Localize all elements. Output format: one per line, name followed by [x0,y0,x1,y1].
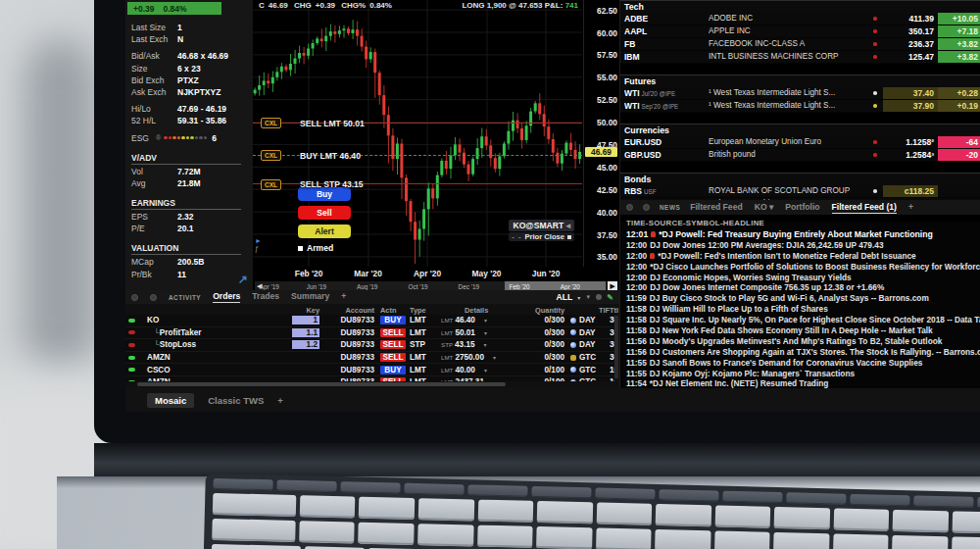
activity-tab[interactable]: Orders [213,291,240,303]
watchlist-row[interactable]: ADBEADOBE INC411.39+10.05 [620,13,980,25]
activity-tab[interactable]: + [341,291,346,303]
news-item[interactable]: 12:00*DJ Powell: Fed's Intention Isn't t… [626,251,980,262]
news-tab[interactable]: Filtered Feed (1) [832,202,897,214]
keyboard-key [276,480,336,492]
horizontal-scrollbar[interactable] [137,382,506,386]
alert-button[interactable]: Alert [298,225,351,238]
watchlist-row[interactable]: EUR.USDEuropean Monetary Union Euro1.125… [620,136,980,149]
gear-icon[interactable] [596,294,602,300]
watchlist-row[interactable]: IBMINTL BUSINESS MACHINES CORP125.47+3.8… [620,51,980,64]
keyboard-key [892,535,948,549]
candlestick-plot-area[interactable]: C46.69 CHG+0.39 CHG%0.84% LONG 1,900 @ 4… [253,0,582,267]
filter-icon[interactable]: ▼ [585,294,591,300]
activity-tab[interactable]: Summary [291,291,329,303]
watchlist-row[interactable]: WTIJul'20 @IPE¹ West Texas Intermediate … [620,87,980,100]
edit-icon[interactable]: ✎ [607,293,613,302]
section-gap [620,162,980,173]
order-details[interactable]: LMT50.01▾ [431,328,514,337]
cxl-button[interactable]: CXL [261,118,281,128]
cxl-button[interactable]: CXL [261,150,281,161]
quote-label: Ask Exch [131,86,177,98]
news-time: 11:59 [626,293,647,304]
quote-label: Last Exch [131,33,177,45]
news-item[interactable]: 12:00DJ Economic Hopes, Worries Swing Tr… [626,273,980,283]
order-details[interactable]: LMT2750.00▾ [431,353,514,362]
esg-row: ESG®6 [131,132,251,144]
news-item[interactable]: 11:55DJ Sanofi Bows to France's Demand f… [626,358,980,369]
vertical-scrollbar[interactable] [614,316,618,378]
news-item[interactable]: 11:58DJ William Hill to Place Up to a Fi… [626,304,980,315]
news-tab[interactable]: Filtered Feed [690,202,742,214]
trading-app-screen: +0.39 0.84% Last Size1Last ExchNBid/Ask4… [125,0,980,412]
news-item[interactable]: 12:00*DJ Cisco Launches Portfolio of Sol… [626,262,980,273]
order-tif: GTC [564,353,610,362]
prior-close-toggle[interactable]: - -Prior Close [509,232,574,241]
news-tab[interactable]: + [908,202,913,214]
news-tab[interactable]: Portfolio [785,202,819,214]
symbol-badge[interactable]: KO@SMART ◂ [509,220,574,231]
workspace-tab[interactable]: + [277,395,283,406]
order-details[interactable]: LMT2437.31▾ [431,377,514,381]
order-details[interactable]: LMT40.00▾ [431,366,514,374]
workspace-tab[interactable]: Mosaic [147,393,194,408]
order-row[interactable]: CSCODU89733BUYLMTLMT40.00▾0/100GTC100 [125,364,614,376]
last-price: 411.39 [883,13,938,25]
keyboard-key [340,481,400,493]
play-icon[interactable]: ► [255,237,262,245]
window-control-icon[interactable] [626,204,633,211]
news-item[interactable]: 11:58DJ New York Fed Data Shows Economy … [626,325,980,336]
order-details[interactable]: LMT46.40▾ [431,316,514,324]
quote-row: P/E20.1 [131,223,251,234]
window-control-icon[interactable] [643,204,650,211]
orders-column-header: TIF [564,306,610,315]
orders-column-header: Ttl [610,306,619,315]
armed-checkbox[interactable]: Armed [298,243,351,253]
keyboard-key [659,489,718,501]
order-row[interactable]: └StopLoss1.2DU89733SELLSTPSTP43.15▾0/300… [125,339,614,352]
news-tab[interactable]: KO ▾ [755,202,774,214]
news-item[interactable]: 12:00DJ Dow Jones 12:00 PM Averages: DJI… [626,240,980,251]
order-line-sell[interactable]: CXLSELL STP 43.15 [253,183,582,184]
order-details[interactable]: STP43.15▾ [431,340,514,349]
order-row[interactable]: AMZNDU89733SELLLMTLMT2437.31▾0/100GTC100 [125,376,614,381]
function-icon[interactable]: ƒ [255,245,262,253]
filter-scope-dropdown[interactable]: ALL [557,292,573,302]
watchlist-row[interactable]: FBFACEBOOK INC-CLASS A236.37+3.82 [620,38,980,51]
watchlist-row[interactable]: RBSUSFROYAL BANK OF SCOTLAND GROUPc118.2… [620,185,980,198]
watchlist-row[interactable]: GBP.USDBritish pound1.2584³-20 [620,149,980,162]
news-item[interactable]: 11:58DJ Square Inc. Up Nearly 5%, On Pac… [626,315,980,325]
news-item[interactable]: 11:55DJ Kojamo Oyj: Kojamo Plc: Managers… [626,369,980,379]
watchlist-row[interactable]: AAPLAPPLE INC350.17+7.18 [620,25,980,38]
esg-rating-dots-icon [164,132,207,144]
news-headline: DJ New York Fed Data Shows Economy Still… [650,325,933,336]
keyboard-key [467,484,527,496]
workspace-tab[interactable]: Classic TWS [208,395,264,406]
quote-row: Hi/Lo47.69 - 46.19 [131,103,251,115]
quote-value: 200.5B [177,256,204,268]
order-line-buy[interactable]: CXLBUY LMT 46.40 [253,155,582,156]
order-row[interactable]: └ProfitTaker1.1DU89733SELLLMTLMT50.01▾0/… [125,327,614,340]
time-range-scrollbar[interactable]: ◀ ▶ Apr '19Jun '19Aug '19Oct '19Dec '19F… [255,281,617,290]
order-line-sell[interactable]: CXLSELL LMT 50.01 [253,123,582,124]
news-item[interactable]: 11:56DJ Moody's Upgrades Metinvest's And… [626,336,980,347]
workspace-tab-bar: MosaicClassic TWS+ [125,388,980,412]
activity-tab[interactable]: Trades [252,291,279,303]
window-control-icon[interactable] [150,294,157,301]
time-axis[interactable]: Feb '20Mar '20Apr '20May '20Jun '20 [253,267,582,280]
order-row[interactable]: AMZNDU89733SELLLMTLMT2750.00▾0/300GTC300 [125,352,614,365]
keyboard-key [212,544,302,549]
news-item[interactable]: 12:01*DJ Powell: Fed Treasury Buying Ent… [626,229,980,240]
news-item[interactable]: 11:56DJ Customers Are Shopping Again at … [626,347,980,358]
pop-out-arrow-icon[interactable]: ↗ [238,273,248,286]
window-control-icon[interactable] [131,294,138,301]
watchlist-row[interactable]: WTISep'20 @IPE¹ West Texas Intermediate … [620,100,980,113]
news-item[interactable]: 12:00DJ Dow Jones Internet Composite 756… [626,282,980,293]
order-row[interactable]: KO1DU89733BUYLMTLMT46.40▾0/300DAY300 [125,315,614,327]
price-axis[interactable]: 62.5060.0057.5055.0052.5050.0047.5045.00… [583,0,620,267]
sell-button[interactable]: Sell [298,206,351,220]
cxl-button[interactable]: CXL [261,179,281,190]
scroll-right-icon[interactable]: ▶ [608,281,617,290]
time-tick-label: Jun '20 [532,269,561,278]
news-time: 12:00 [626,273,647,283]
news-item[interactable]: 11:59DJ Buy Cisco Stock to Play 5G and W… [626,293,980,304]
